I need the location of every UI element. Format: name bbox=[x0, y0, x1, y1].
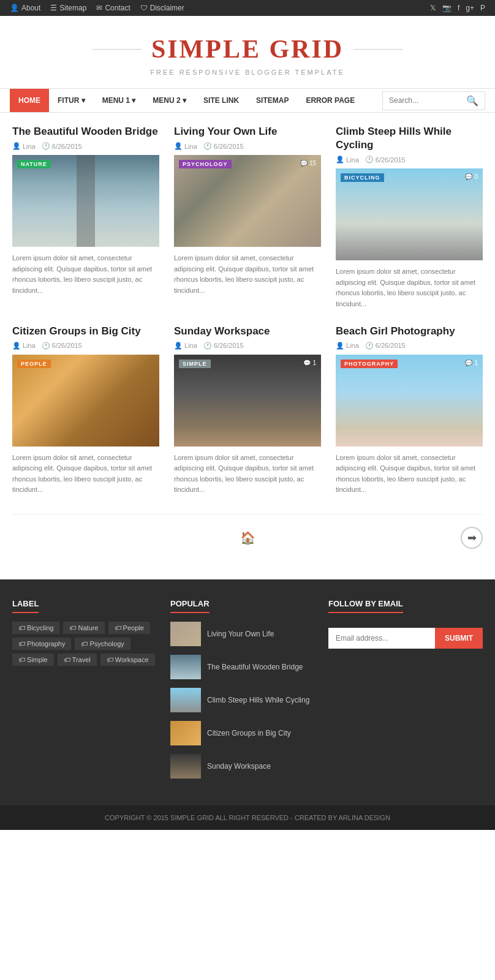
post-title-2[interactable]: Living Your Own Life bbox=[174, 125, 321, 138]
post-title-6[interactable]: Beach Girl Photography bbox=[336, 325, 483, 338]
popular-item-3: Climb Steep Hills While Cycling bbox=[170, 688, 316, 712]
tag-nature[interactable]: 🏷 Nature bbox=[63, 622, 104, 634]
topbar-disclaimer[interactable]: 🛡 Disclaimer bbox=[140, 4, 184, 12]
topbar: 👤 About ☰ Sitemap ✉ Contact 🛡 Disclaimer… bbox=[0, 0, 495, 16]
nav-item-home[interactable]: HOME bbox=[10, 89, 49, 112]
post-meta-4: 👤 Lina 🕐 6/26/2015 bbox=[12, 342, 159, 350]
popular-title-4[interactable]: Citizen Groups in Big City bbox=[207, 728, 291, 739]
footer: LABEL 🏷 Bicycling 🏷 Nature 🏷 People 🏷 Ph… bbox=[0, 579, 495, 805]
tag-bicycling[interactable]: 🏷 Bicycling bbox=[12, 622, 59, 634]
popular-list: Living Your Own Life The Beautiful Woode… bbox=[170, 622, 316, 778]
site-title: SIMPLE GRID bbox=[151, 34, 344, 64]
post-meta-1: 👤 Lina 🕐 6/26/2015 bbox=[12, 142, 159, 150]
post-image-wrap-3[interactable]: BICYCLING 💬 0 bbox=[336, 168, 483, 260]
post-excerpt-4: Lorem ipsum dolor sit amet, consectetur … bbox=[12, 453, 159, 496]
post-author-4: 👤 Lina bbox=[12, 342, 36, 350]
popular-title-1[interactable]: Living Your Own Life bbox=[207, 629, 274, 639]
nav-search-form: 🔍 bbox=[382, 91, 485, 110]
nav-item-errorpage[interactable]: ERROR PAGE bbox=[297, 89, 363, 112]
site-subtitle: FREE RESPONSIVE BLOGGER TEMPLATE bbox=[12, 69, 483, 76]
footer-follow-section: FOLLOW BY EMAIL Submit bbox=[328, 598, 483, 787]
popular-title-3[interactable]: Climb Steep Hills While Cycling bbox=[207, 695, 309, 706]
tag-photography[interactable]: 🏷 Photography bbox=[12, 638, 71, 650]
topbar-about[interactable]: 👤 About bbox=[10, 4, 40, 12]
post-author-2: 👤 Lina bbox=[174, 142, 197, 150]
header-line-left bbox=[93, 49, 142, 50]
post-badge-3: BICYCLING bbox=[341, 173, 384, 182]
post-badge-2: PSYCHOLOGY bbox=[179, 160, 232, 168]
post-image-wrap-6[interactable]: PHOTOGRAPHY 💬 1 bbox=[336, 355, 483, 447]
post-card-1: The Beautiful Wooden Bridge 👤 Lina 🕐 6/2… bbox=[12, 125, 159, 310]
post-author-3: 👤 Lina bbox=[336, 156, 359, 164]
post-title-1[interactable]: The Beautiful Wooden Bridge bbox=[12, 125, 159, 138]
instagram-icon[interactable]: 📷 bbox=[442, 4, 452, 12]
footer-label-title: LABEL bbox=[12, 599, 39, 613]
facebook-icon[interactable]: f bbox=[458, 4, 459, 12]
post-author-1: 👤 Lina bbox=[12, 142, 36, 150]
search-icon[interactable]: 🔍 bbox=[466, 95, 478, 107]
submit-button[interactable]: Submit bbox=[435, 628, 483, 649]
copyright-text: COPYRIGHT © 2015 SIMPLE GRID ALL RIGHT R… bbox=[105, 814, 390, 821]
tag-psychology[interactable]: 🏷 Psychology bbox=[75, 638, 130, 650]
post-badge-1: NATURE bbox=[17, 160, 51, 168]
tag-travel[interactable]: 🏷 Travel bbox=[58, 654, 97, 666]
pinterest-icon[interactable]: P bbox=[480, 4, 485, 12]
post-image-2 bbox=[174, 155, 321, 247]
post-meta-3: 👤 Lina 🕐 6/26/2015 bbox=[336, 156, 483, 164]
nav-items: HOME FITUR ▾ MENU 1 ▾ MENU 2 ▾ SITE LINK… bbox=[10, 89, 382, 112]
twitter-icon[interactable]: 𝕏 bbox=[430, 4, 436, 12]
copyright-bar: COPYRIGHT © 2015 SIMPLE GRID ALL RIGHT R… bbox=[0, 805, 495, 830]
tag-simple[interactable]: 🏷 Simple bbox=[12, 654, 54, 666]
footer-label-section: LABEL 🏷 Bicycling 🏷 Nature 🏷 People 🏷 Ph… bbox=[12, 598, 158, 787]
post-date-3: 🕐 6/26/2015 bbox=[365, 156, 406, 164]
post-comment-count-2: 💬 15 bbox=[300, 160, 316, 167]
post-image-wrap-1[interactable]: NATURE bbox=[12, 155, 159, 247]
search-input[interactable] bbox=[389, 96, 463, 105]
main-nav: HOME FITUR ▾ MENU 1 ▾ MENU 2 ▾ SITE LINK… bbox=[0, 88, 495, 113]
popular-thumb-1 bbox=[170, 622, 201, 646]
header-title-row: SIMPLE GRID bbox=[12, 34, 483, 64]
post-card-6: Beach Girl Photography 👤 Lina 🕐 6/26/201… bbox=[336, 325, 483, 496]
popular-title-2[interactable]: The Beautiful Wooden Bridge bbox=[207, 662, 303, 673]
post-image-wrap-4[interactable]: PEOPLE bbox=[12, 355, 159, 447]
nav-item-sitelink[interactable]: SITE LINK bbox=[195, 89, 248, 112]
popular-thumb-2 bbox=[170, 655, 201, 679]
post-date-4: 🕐 6/26/2015 bbox=[42, 342, 82, 350]
tag-people[interactable]: 🏷 People bbox=[108, 622, 150, 634]
post-date-1: 🕐 6/26/2015 bbox=[42, 142, 82, 150]
google-plus-icon[interactable]: g+ bbox=[466, 4, 474, 12]
post-date-5: 🕐 6/26/2015 bbox=[203, 342, 244, 350]
nav-item-sitemap[interactable]: SITEMAP bbox=[248, 89, 297, 112]
nav-item-menu1[interactable]: MENU 1 ▾ bbox=[94, 89, 145, 112]
post-image-6 bbox=[336, 355, 483, 447]
post-card-5: Sunday Workspace 👤 Lina 🕐 6/26/2015 SIMP… bbox=[174, 325, 321, 496]
popular-title-5[interactable]: Sunday Workspace bbox=[207, 761, 271, 772]
popular-thumb-5 bbox=[170, 754, 201, 778]
post-date-6: 🕐 6/26/2015 bbox=[365, 342, 406, 350]
post-title-3[interactable]: Climb Steep Hills While Cycling bbox=[336, 125, 483, 152]
post-image-wrap-5[interactable]: SIMPLE 💬 1 bbox=[174, 355, 321, 447]
follow-form: Submit bbox=[328, 628, 483, 649]
nav-item-fitur[interactable]: FITUR ▾ bbox=[49, 89, 94, 112]
topbar-sitemap[interactable]: ☰ Sitemap bbox=[50, 4, 86, 12]
post-image-1 bbox=[12, 155, 159, 247]
popular-item-2: The Beautiful Wooden Bridge bbox=[170, 655, 316, 679]
topbar-contact[interactable]: ✉ Contact bbox=[96, 4, 130, 12]
post-excerpt-6: Lorem ipsum dolor sit amet, consectetur … bbox=[336, 453, 483, 496]
nav-item-menu2[interactable]: MENU 2 ▾ bbox=[144, 89, 195, 112]
post-badge-5: SIMPLE bbox=[179, 360, 211, 368]
post-meta-6: 👤 Lina 🕐 6/26/2015 bbox=[336, 342, 483, 350]
footer-follow-title: FOLLOW BY EMAIL bbox=[328, 599, 403, 613]
post-image-3 bbox=[336, 168, 483, 260]
home-button[interactable]: 🏠 bbox=[236, 527, 259, 549]
post-image-wrap-2[interactable]: PSYCHOLOGY 💬 15 bbox=[174, 155, 321, 247]
next-page-button[interactable]: ➡ bbox=[461, 527, 483, 549]
post-title-5[interactable]: Sunday Workspace bbox=[174, 325, 321, 338]
post-excerpt-3: Lorem ipsum dolor sit amet, consectetur … bbox=[336, 266, 483, 309]
post-title-4[interactable]: Citizen Groups in Big City bbox=[12, 325, 159, 338]
tag-workspace[interactable]: 🏷 Workspace bbox=[100, 654, 155, 666]
footer-popular-section: POPULAR Living Your Own Life The Beautif… bbox=[170, 598, 316, 787]
email-field[interactable] bbox=[328, 628, 435, 649]
pagination: 🏠 ➡ bbox=[12, 514, 483, 567]
popular-thumb-4 bbox=[170, 721, 201, 745]
